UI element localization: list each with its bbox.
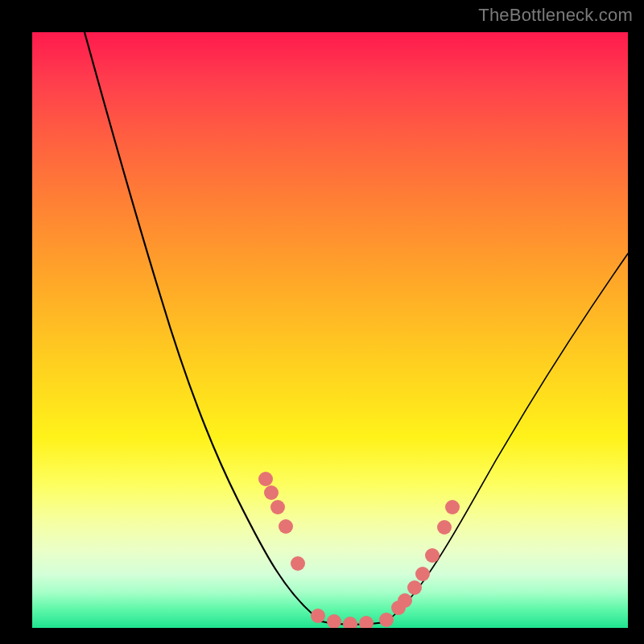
svg-point-0 — [258, 472, 273, 486]
svg-point-13 — [415, 567, 430, 581]
curve-right — [386, 254, 628, 621]
plot-area — [32, 32, 628, 628]
svg-point-1 — [264, 485, 279, 500]
curve-svg — [32, 32, 628, 628]
svg-point-9 — [379, 613, 394, 627]
svg-point-14 — [425, 548, 440, 563]
highlight-markers — [258, 472, 460, 628]
svg-point-16 — [445, 500, 460, 514]
svg-point-4 — [291, 556, 305, 571]
svg-point-15 — [437, 520, 452, 535]
svg-point-12 — [407, 580, 422, 595]
svg-point-2 — [270, 500, 285, 514]
svg-point-6 — [327, 614, 341, 628]
svg-point-11 — [398, 593, 412, 608]
outer-frame: TheBottleneck.com — [0, 0, 644, 644]
svg-point-8 — [359, 616, 374, 628]
svg-point-3 — [279, 519, 293, 534]
svg-point-7 — [343, 617, 357, 628]
svg-point-5 — [311, 609, 325, 623]
watermark-text: TheBottleneck.com — [478, 5, 633, 26]
